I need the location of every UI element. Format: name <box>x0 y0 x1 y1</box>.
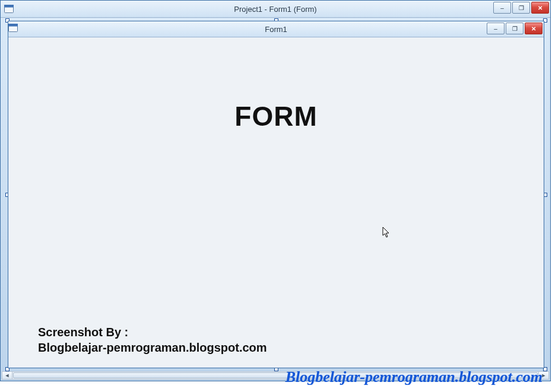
outer-close-button[interactable]: ✕ <box>531 2 549 14</box>
outer-window-controls: – ❐ ✕ <box>493 2 549 14</box>
outer-titlebar[interactable]: Project1 - Form1 (Form) – ❐ ✕ <box>1 1 550 18</box>
inner-title: Form1 <box>8 25 544 34</box>
close-icon: ✕ <box>531 26 536 32</box>
designer-surface[interactable]: Form1 – ❐ ✕ FORM Screenshot By : Blogbel… <box>3 18 548 371</box>
minimize-icon: – <box>494 26 497 32</box>
designer-window: Project1 - Form1 (Form) – ❐ ✕ <box>0 0 551 381</box>
form-icon <box>8 24 18 34</box>
inner-minimize-button[interactable]: – <box>487 23 505 34</box>
credit-label-1[interactable]: Screenshot By : <box>38 326 128 339</box>
form-heading-label[interactable]: FORM <box>9 100 543 132</box>
minimize-icon: – <box>500 5 504 11</box>
outer-minimize-button[interactable]: – <box>493 2 511 14</box>
cursor-icon <box>382 227 391 238</box>
scroll-thumb[interactable] <box>13 372 538 378</box>
form-client-area[interactable]: FORM Screenshot By : Blogbelajar-pemrogr… <box>9 38 543 366</box>
inner-titlebar[interactable]: Form1 – ❐ ✕ <box>8 21 544 37</box>
outer-title: Project1 - Form1 (Form) <box>1 5 550 14</box>
maximize-icon: ❐ <box>519 5 524 11</box>
form-window[interactable]: Form1 – ❐ ✕ FORM Screenshot By : Blogbel… <box>8 21 544 368</box>
svg-rect-3 <box>9 24 18 27</box>
close-icon: ✕ <box>538 5 543 11</box>
svg-rect-1 <box>5 5 14 8</box>
scroll-right-button[interactable]: ► <box>538 372 548 379</box>
form-icon <box>4 5 14 13</box>
outer-maximize-button[interactable]: ❐ <box>512 2 530 14</box>
horizontal-scrollbar[interactable]: ◄ ► <box>2 371 549 380</box>
credit-label-2[interactable]: Blogbelajar-pemrograman.blogspot.com <box>38 341 267 355</box>
scroll-left-button[interactable]: ◄ <box>2 372 12 379</box>
inner-maximize-button[interactable]: ❐ <box>506 23 524 34</box>
inner-window-controls: – ❐ ✕ <box>487 23 543 34</box>
maximize-icon: ❐ <box>512 26 518 32</box>
inner-close-button[interactable]: ✕ <box>525 23 543 34</box>
